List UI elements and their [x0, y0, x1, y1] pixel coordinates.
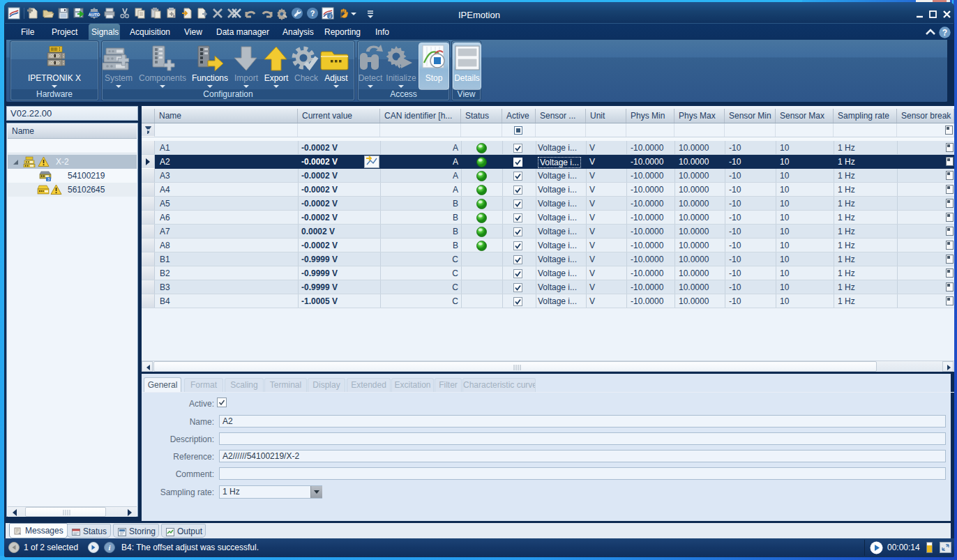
svg-text:3: 3	[47, 177, 50, 181]
svg-text:?: ?	[942, 28, 947, 38]
